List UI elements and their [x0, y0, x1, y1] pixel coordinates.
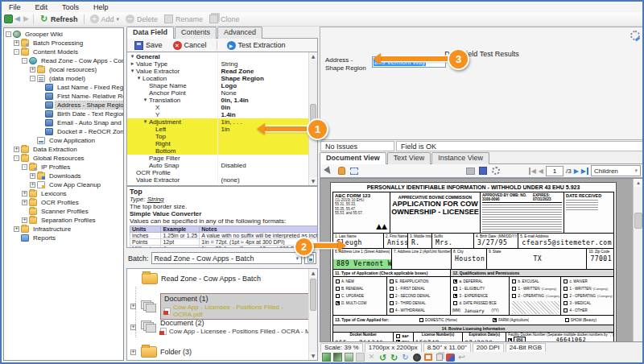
rename-button[interactable]: Rename [161, 14, 206, 24]
viewer-tool[interactable] [336, 166, 347, 176]
property-row[interactable]: Right [127, 140, 308, 147]
viewer-tool[interactable] [400, 166, 411, 176]
image-tool[interactable] [345, 353, 353, 362]
image-tool[interactable] [367, 353, 376, 362]
property-row[interactable]: Value Extractor Read Zone [127, 68, 308, 75]
image-tool[interactable] [390, 353, 398, 362]
property-row[interactable]: Value Extractor (none) [127, 176, 308, 184]
image-tool[interactable] [401, 353, 410, 362]
tree-item[interactable]: - IP Profiles [4, 163, 123, 172]
batch-document-1[interactable]: + Document (1) Cow App - Licensee - Posi… [130, 293, 317, 320]
tree-expander-icon[interactable]: + [30, 182, 35, 188]
image-tool[interactable] [423, 353, 432, 362]
tree-expander-icon[interactable]: + [14, 147, 19, 152]
document-page[interactable]: PERSONALLY IDENTIFIABLE INFORMATION - WI… [330, 182, 617, 342]
batch-combo[interactable]: Read Zone - Cow Apps - Batch▾ [151, 252, 302, 264]
viewer-tool[interactable] [439, 166, 450, 176]
type-link[interactable]: String [147, 196, 164, 203]
viewer-tool[interactable] [374, 166, 386, 176]
test-extraction-button[interactable]: Test Extraction [224, 40, 289, 51]
property-value[interactable]: Shape Region [218, 75, 309, 82]
forward-icon[interactable] [22, 14, 31, 23]
tree-item[interactable]: Scanner Profiles [4, 207, 123, 216]
tree-expander-icon[interactable]: + [130, 350, 136, 355]
tree-expander-icon[interactable]: + [30, 67, 35, 72]
image-tool[interactable] [446, 353, 455, 362]
tree-expander-icon[interactable]: + [130, 325, 136, 330]
tree-expander-icon[interactable]: - [30, 76, 35, 81]
menu-item[interactable]: Edit [28, 3, 56, 11]
scroll-thumb[interactable] [310, 279, 316, 311]
menu-item[interactable]: Help [86, 3, 116, 11]
tree-item[interactable]: First Name- Relative Region [4, 92, 123, 101]
tree-item[interactable]: - Global Resources [4, 154, 123, 163]
tree-item[interactable]: + OCR Profiles [4, 198, 123, 207]
viewer-tool[interactable] [413, 166, 424, 176]
add-button[interactable]: Add▾ [87, 14, 123, 24]
property-row[interactable]: Bottom [127, 147, 308, 155]
tree-item[interactable]: + (local resources) [4, 65, 123, 74]
tree-item[interactable]: - Grooper Wiki [4, 30, 123, 39]
viewer-tool[interactable] [361, 166, 373, 176]
batch-document-2[interactable]: + Document (2) Cow App - Licensee - Posi… [130, 319, 318, 335]
tree-item[interactable]: - Read Zone - Cow Apps - Content Moc [4, 56, 123, 65]
property-row[interactable]: Y 1.4in [127, 111, 308, 118]
property-row[interactable]: Shape Name Logo [127, 82, 308, 89]
expand-arrow-icon[interactable] [129, 60, 136, 68]
tree-item[interactable]: + Batch Processing [4, 39, 123, 48]
expand-arrow-icon[interactable] [129, 53, 136, 60]
tree-expander-icon[interactable]: + [22, 200, 27, 205]
back-icon[interactable] [13, 14, 22, 23]
viewer-tool[interactable] [349, 166, 360, 176]
viewer-tool[interactable] [477, 166, 489, 176]
tree-item[interactable]: + Downloads [4, 172, 123, 180]
tree-expander-icon[interactable]: - [6, 31, 11, 37]
property-row[interactable]: General [127, 53, 308, 60]
property-value[interactable]: Logo [218, 82, 309, 89]
property-value[interactable]: 0in [218, 104, 309, 111]
document-scrollbar[interactable]: ▲ [633, 179, 643, 341]
tree-item[interactable]: Reports [4, 234, 123, 242]
first-page-icon[interactable]: ◀ [529, 168, 536, 175]
property-value[interactable]: 1.4in [218, 111, 309, 118]
property-row[interactable]: Auto Snap Disabled [127, 162, 308, 169]
property-value[interactable]: (none) [218, 176, 309, 184]
image-tool[interactable] [378, 353, 387, 362]
image-tool[interactable] [333, 353, 342, 362]
property-row[interactable]: X 0in [127, 104, 308, 111]
batch-folder-3[interactable]: + Folder (3) [130, 346, 192, 358]
refresh-button[interactable]: Refresh [36, 14, 81, 24]
tree-item[interactable]: Address - Shape Region [4, 101, 123, 110]
editor-tab[interactable]: Data Field [126, 27, 174, 39]
property-row[interactable]: Top [127, 133, 308, 140]
image-tool[interactable] [457, 353, 466, 362]
scroll-up-icon[interactable]: ▲ [634, 179, 643, 187]
viewer-tab[interactable]: Instance View [431, 152, 489, 164]
tree-expander-icon[interactable]: + [22, 191, 27, 196]
tree-expander-icon[interactable]: + [14, 40, 19, 46]
document-viewport[interactable]: PERSONALLY IDENTIFIABLE INFORMATION - WI… [320, 178, 644, 342]
viewer-tab[interactable]: Text View [387, 152, 431, 164]
next-page-icon[interactable]: ▶ [574, 168, 579, 175]
tree-item[interactable]: Docket # - ReOCR Zone [4, 127, 123, 136]
delete-button[interactable]: Delete [122, 14, 161, 24]
property-row[interactable]: Adjustment 1in, . . . [127, 118, 308, 126]
property-value[interactable]: Read Zone [218, 68, 309, 75]
tree-item[interactable]: - (data model) [4, 74, 123, 83]
property-row[interactable]: Anchor Point None [127, 89, 308, 97]
viewer-tool[interactable] [464, 166, 476, 176]
viewer-tool[interactable] [323, 166, 334, 176]
expand-arrow-icon[interactable] [129, 68, 136, 75]
tree-item[interactable]: + Separation Profiles [4, 216, 123, 225]
tree-item[interactable]: Last Name - Fixed Region [4, 83, 123, 92]
last-page-icon[interactable]: ▶ [581, 168, 588, 175]
expand-arrow-icon[interactable] [135, 75, 142, 82]
tree-item[interactable]: Birth Date - Text Region [4, 110, 123, 118]
results-settings-icon[interactable] [630, 31, 640, 40]
batch-root-item[interactable]: Read Zone - Cow Apps - Batch [142, 273, 261, 284]
viewer-tool[interactable] [426, 166, 437, 176]
save-button[interactable]: Save [131, 40, 166, 51]
property-row[interactable]: Page Filter [127, 155, 308, 162]
tree-item[interactable]: + Lexicons [4, 189, 123, 198]
property-value[interactable]: 0in, 1.4in [218, 97, 309, 104]
